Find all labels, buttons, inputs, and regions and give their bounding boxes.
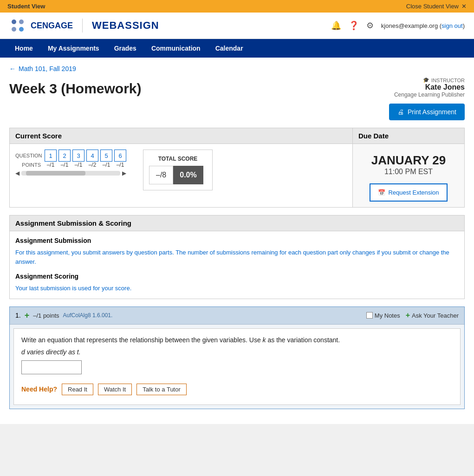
instructor-panel: 🎓 INSTRUCTOR Kate Jones Cengage Learning… — [363, 77, 465, 120]
nav-calendar[interactable]: Calendar — [208, 39, 251, 58]
question-1-italic-line: d varies directly as t. — [21, 348, 453, 356]
svg-point-2 — [12, 27, 16, 32]
due-date-time: 11:00 PM EST — [358, 168, 459, 176]
question-1-block: 1. + –/1 points AufColAlg8 1.6.001. My N… — [9, 306, 465, 409]
score-area: QUESTION 1 2 3 4 5 6 POINTS – — [15, 150, 347, 190]
nav-my-assignments[interactable]: My Assignments — [40, 39, 107, 58]
question-1-plus-icon: + — [25, 311, 30, 320]
scroll-left-arrow[interactable]: ◀ — [15, 170, 19, 176]
due-date-title: Due Date — [353, 128, 464, 144]
pts-5: –/1 — [100, 162, 112, 168]
scroll-track[interactable] — [21, 171, 120, 176]
close-icon: ✕ — [461, 3, 467, 10]
breadcrumb[interactable]: ← Math 101, Fall 2019 — [9, 65, 465, 72]
need-help-label: Need Help? — [21, 385, 57, 393]
instructor-org: Cengage Learning Publisher — [363, 91, 465, 98]
submission-scoring-title: Assignment Submission & Scoring — [10, 215, 464, 231]
watch-it-button[interactable]: Watch It — [98, 384, 132, 395]
instructor-name: Kate Jones — [363, 83, 465, 91]
logo-divider — [82, 19, 83, 33]
score-section: Current Score QUESTION 1 2 3 4 5 6 — [9, 128, 465, 208]
question-1-header: 1. + –/1 points AufColAlg8 1.6.001. My N… — [10, 307, 464, 325]
question-label: QUESTION — [15, 153, 41, 158]
assignment-submission-subtitle: Assignment Submission — [15, 237, 459, 244]
print-assignment-button[interactable]: 🖨 Print Assignment — [389, 104, 465, 120]
total-score-values: –/8 0.0% — [149, 166, 207, 184]
submission-scoring-section: Assignment Submission & Scoring Assignme… — [9, 215, 465, 299]
scoring-note: Your last submission is used for your sc… — [15, 284, 459, 293]
question-1-text: Write an equation that represents the re… — [21, 336, 453, 344]
pts-6: –/1 — [114, 162, 126, 168]
sign-out-link[interactable]: sign out — [442, 22, 463, 29]
assignment-title-area: Week 3 (Homework) — [9, 77, 142, 97]
pts-1: –/1 — [45, 162, 57, 168]
assignment-header: Week 3 (Homework) 🎓 INSTRUCTOR Kate Jone… — [9, 77, 465, 120]
question-6-link[interactable]: 6 — [114, 150, 126, 162]
question-1-link[interactable]: 1 — [45, 150, 57, 162]
svg-point-3 — [19, 27, 24, 32]
header-right: 🔔 ❓ ⚙ kjones@example.org (sign out) — [331, 20, 465, 31]
question-5-link[interactable]: 5 — [100, 150, 112, 162]
student-view-label: Student View — [7, 3, 45, 10]
webassign-text: WEBASSIGN — [92, 20, 159, 32]
main-content: ← Math 101, Fall 2019 Week 3 (Homework) … — [0, 58, 474, 424]
ask-plus-icon: + — [406, 311, 410, 320]
close-student-view-button[interactable]: Close Student View ✕ — [406, 3, 467, 10]
logo-area: CENGAGE WEBASSIGN — [9, 17, 159, 34]
total-score-label: TOTAL SCORE — [149, 156, 207, 162]
nav-bar: Home My Assignments Grades Communication… — [0, 39, 474, 58]
help-icon[interactable]: ❓ — [349, 20, 359, 31]
points-label: POINTS — [15, 162, 41, 168]
question-1-number: 1. — [15, 312, 21, 319]
cap-icon: 🎓 — [423, 77, 429, 83]
bell-icon[interactable]: 🔔 — [331, 20, 341, 31]
question-1-body: Write an equation that represents the re… — [13, 328, 461, 405]
scroll-right-arrow[interactable]: ▶ — [122, 170, 126, 176]
notes-checkbox — [366, 312, 373, 319]
score-right: Due Date JANUARY 29 11:00 PM EST 📅 Reque… — [353, 128, 464, 207]
student-view-banner: Student View Close Student View ✕ — [0, 0, 474, 13]
points-row: POINTS –/1 –/1 –/1 –/2 –/1 –/1 — [15, 162, 126, 168]
k-variable: k — [263, 336, 266, 344]
close-student-view-label: Close Student View — [406, 3, 459, 10]
request-extension-button[interactable]: 📅 Request Extension — [370, 183, 447, 202]
breadcrumb-arrow: ← — [9, 65, 16, 72]
question-1-answer-input[interactable] — [21, 360, 82, 374]
current-score-title: Current Score — [10, 128, 352, 144]
nav-home[interactable]: Home — [7, 39, 40, 58]
assignment-title: Week 3 (Homework) — [9, 81, 142, 97]
svg-point-0 — [12, 20, 16, 24]
scroll-bar: ◀ ▶ — [15, 170, 126, 176]
cengage-logo-icon — [9, 17, 26, 34]
due-date-display: JANUARY 29 11:00 PM EST 📅 Request Extens… — [358, 153, 459, 202]
print-icon: 🖨 — [397, 108, 404, 116]
question-3-link[interactable]: 3 — [72, 150, 84, 162]
submission-text: For this assignment, you submit answers … — [15, 248, 459, 266]
gear-icon[interactable]: ⚙ — [366, 20, 374, 31]
request-ext-label: Request Extension — [388, 189, 439, 196]
my-notes-button[interactable]: My Notes — [366, 312, 400, 319]
read-it-button[interactable]: Read It — [62, 384, 93, 395]
question-grid: QUESTION 1 2 3 4 5 6 POINTS – — [15, 150, 126, 176]
points-values: –/1 –/1 –/1 –/2 –/1 –/1 — [45, 162, 126, 168]
nav-grades[interactable]: Grades — [107, 39, 144, 58]
print-label: Print Assignment — [408, 108, 456, 116]
question-numbers-row: QUESTION 1 2 3 4 5 6 — [15, 150, 126, 162]
nav-communication[interactable]: Communication — [144, 39, 208, 58]
question-number-area: 1. + –/1 points AufColAlg8 1.6.001. — [15, 311, 112, 320]
pts-3: –/1 — [72, 162, 84, 168]
submission-scoring-body: Assignment Submission For this assignmen… — [10, 231, 464, 299]
ask-teacher-button[interactable]: + Ask Your Teacher — [406, 311, 459, 320]
talk-to-tutor-button[interactable]: Talk to a Tutor — [136, 384, 187, 395]
question-2-link[interactable]: 2 — [58, 150, 71, 162]
scroll-thumb — [26, 171, 85, 176]
question-1-pts: –/1 points — [33, 312, 59, 319]
question-1-actions: My Notes + Ask Your Teacher — [366, 311, 459, 320]
question-4-link[interactable]: 4 — [86, 150, 98, 162]
score-left: Current Score QUESTION 1 2 3 4 5 6 — [10, 128, 353, 207]
due-date-day: JANUARY 29 — [358, 153, 459, 168]
svg-point-1 — [19, 20, 24, 24]
score-raw: –/8 — [149, 166, 173, 184]
header: CENGAGE WEBASSIGN 🔔 ❓ ⚙ kjones@example.o… — [0, 13, 474, 39]
question-1-id: AufColAlg8 1.6.001. — [63, 312, 113, 319]
